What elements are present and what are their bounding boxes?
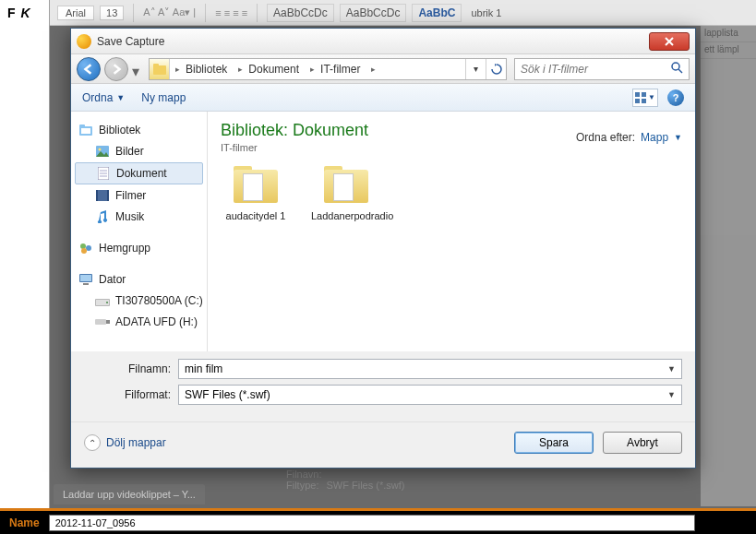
svg-point-2: [672, 63, 679, 70]
organize-menu[interactable]: Ordna ▼: [82, 91, 125, 104]
svg-point-28: [106, 302, 108, 303]
bold-f: F: [7, 6, 16, 20]
chevron-right-icon: ▸: [175, 65, 180, 74]
nav-tree: Bibliotek Bilder Dokument Filmer Musik: [71, 112, 208, 351]
chevron-right-icon: ▸: [371, 65, 376, 74]
titlebar: Save Capture: [71, 29, 695, 54]
font-name[interactable]: Arial: [57, 6, 94, 20]
filetype-value: SWF Files (*.swf): [185, 388, 270, 401]
breadcrumb-seg-2[interactable]: IT-filmer: [320, 63, 360, 76]
breadcrumb-seg-1[interactable]: Dokument: [248, 63, 299, 76]
help-button[interactable]: ?: [667, 89, 684, 106]
save-dialog: Save Capture ▾ ▸Bibliotek ▸Dokument ▸IT-…: [70, 28, 696, 469]
computer-icon: [78, 272, 93, 287]
svg-point-12: [99, 148, 102, 151]
cancel-button[interactable]: Avbryt: [603, 432, 682, 454]
dialog-footer: ⌃ Dölj mappar Spara Avbryt: [71, 421, 695, 463]
ribbon-group-font: A˄ A˅ Aa▾ |: [143, 6, 196, 18]
tree-filmer[interactable]: Filmer: [75, 185, 203, 206]
folder-label: Laddanerpodradio: [311, 210, 381, 221]
window-title: Save Capture: [97, 35, 649, 48]
name-label: Name: [9, 516, 40, 529]
hide-folders-button[interactable]: ⌃ Dölj mappar: [84, 434, 166, 451]
new-folder-button[interactable]: Ny mapp: [141, 91, 186, 104]
location-subtitle: IT-filmer: [221, 142, 368, 153]
tree-bilder[interactable]: Bilder: [75, 141, 203, 161]
tree-bibliotek[interactable]: Bibliotek: [75, 120, 203, 140]
italic-k: K: [21, 6, 30, 20]
refresh-button[interactable]: [486, 59, 506, 79]
folder-item[interactable]: audacitydel 1: [221, 166, 291, 221]
usb-drive-icon: [95, 314, 110, 329]
name-input[interactable]: [49, 515, 695, 531]
close-button[interactable]: [649, 32, 690, 51]
filename-field[interactable]: ▼: [178, 359, 682, 379]
search-box[interactable]: [514, 58, 690, 80]
arrow-right-icon: [111, 64, 122, 75]
filename-area: Filnamn: ▼ Filformat: SWF Files (*.swf) …: [71, 351, 695, 421]
svg-point-20: [80, 243, 86, 249]
svg-rect-10: [81, 128, 90, 134]
app-icon: [77, 34, 91, 49]
folder-icon: [320, 166, 372, 207]
tree-drive-c[interactable]: TI30780500A (C:): [75, 291, 203, 311]
sort-by[interactable]: Ordna efter: Mapp ▼: [576, 131, 682, 144]
chevron-right-icon: ▸: [310, 65, 315, 74]
music-icon: [95, 209, 110, 224]
view-mode-button[interactable]: ▼: [632, 89, 658, 107]
style-box-1[interactable]: AaBbCcDc: [267, 4, 334, 22]
breadcrumb[interactable]: ▸Bibliotek ▸Dokument ▸IT-filmer ▸ ▾: [149, 58, 507, 80]
chevron-right-icon: ▸: [238, 65, 243, 74]
toolbar: Ordna ▼ Ny mapp ▼ ?: [71, 84, 695, 112]
svg-rect-5: [642, 92, 646, 97]
svg-line-3: [678, 69, 682, 73]
tree-drive-h[interactable]: ADATA UFD (H:): [75, 312, 203, 332]
svg-rect-1: [153, 64, 159, 67]
style-box-3[interactable]: AaBbC: [412, 4, 462, 22]
drive-icon: [95, 293, 110, 308]
folder-label: audacitydel 1: [221, 210, 291, 221]
tree-hemgrupp[interactable]: Hemgrupp: [75, 238, 203, 258]
svg-rect-24: [80, 275, 91, 281]
svg-rect-17: [96, 190, 109, 201]
libraries-icon: [78, 123, 93, 137]
grid-icon: [635, 92, 646, 103]
filename-input[interactable]: [185, 362, 667, 375]
history-dropdown[interactable]: ▾: [132, 63, 145, 76]
font-size[interactable]: 13: [100, 6, 124, 20]
svg-rect-6: [635, 99, 640, 103]
svg-point-21: [86, 245, 91, 251]
filetype-field[interactable]: SWF Files (*.swf) ▼: [178, 385, 682, 405]
svg-rect-25: [83, 283, 89, 285]
arrow-left-icon: [83, 64, 94, 75]
svg-point-22: [81, 248, 87, 254]
location-title: Bibliotek: Dokument: [221, 121, 368, 140]
svg-rect-9: [79, 125, 85, 128]
refresh-icon: [491, 64, 502, 75]
svg-rect-4: [635, 92, 640, 97]
breadcrumb-seg-0[interactable]: Bibliotek: [186, 63, 227, 76]
save-button[interactable]: Spara: [514, 432, 594, 454]
search-input[interactable]: [521, 63, 665, 76]
chevron-down-icon: ▼: [674, 133, 682, 142]
bg-under-dialog: Filnavn: Filtype: SWF Files (*.swf): [286, 469, 404, 491]
breadcrumb-dropdown[interactable]: ▾: [465, 59, 486, 79]
chevron-down-icon[interactable]: ▼: [667, 390, 676, 399]
taskbar-upload-tab[interactable]: Laddar upp videoklippet – Y...: [54, 484, 205, 504]
forward-button[interactable]: [104, 57, 128, 81]
videos-icon: [95, 188, 110, 203]
style-box-2[interactable]: AaBbCcDc: [340, 4, 407, 22]
status-bar: Name: [0, 508, 756, 534]
tree-dator[interactable]: Dator: [75, 269, 203, 290]
folder-item[interactable]: Laddanerpodradio: [311, 166, 381, 221]
chevron-down-icon[interactable]: ▼: [667, 364, 676, 374]
svg-rect-7: [642, 99, 646, 103]
back-button[interactable]: [77, 57, 101, 81]
tree-musik[interactable]: Musik: [75, 207, 203, 227]
search-icon: [670, 61, 683, 77]
svg-rect-29: [95, 319, 106, 325]
folder-icon: [150, 59, 170, 79]
navbar: ▾ ▸Bibliotek ▸Dokument ▸IT-filmer ▸ ▾: [71, 54, 695, 84]
svg-rect-30: [106, 320, 110, 324]
tree-dokument[interactable]: Dokument: [75, 162, 203, 184]
